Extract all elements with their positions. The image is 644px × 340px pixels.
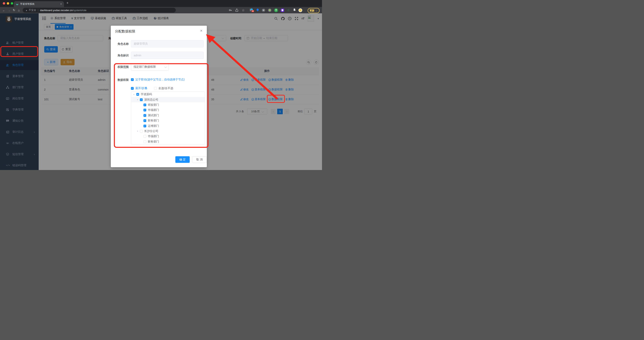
address-divider: | bbox=[38, 9, 38, 11]
checkbox-checked-icon[interactable] bbox=[144, 114, 146, 117]
checkbox-indeterminate-icon[interactable] bbox=[136, 93, 139, 96]
forward-icon[interactable]: → bbox=[8, 7, 10, 13]
browser-tabstrip: 芋道管理系统 ✕ + bbox=[0, 0, 322, 7]
linkage-checkbox[interactable]: 父子联动(选中父节点，自动选择子节点) bbox=[131, 78, 184, 81]
tree-node[interactable]: ▾ 芋道源码 bbox=[131, 92, 205, 97]
cancel-button[interactable]: 取 消 bbox=[192, 156, 207, 163]
chrome-update-button[interactable]: 更新 ⋮ bbox=[308, 8, 320, 13]
url-host: dashboard.yudao.iocoder.cn bbox=[40, 9, 72, 12]
checkbox-checked-icon[interactable] bbox=[144, 109, 146, 111]
role-name-value: 超级管理员 bbox=[131, 40, 204, 47]
window-close-button[interactable] bbox=[3, 2, 5, 4]
tree-node[interactable]: 财务部门 bbox=[131, 139, 205, 144]
checkbox-checked-icon[interactable] bbox=[131, 87, 134, 90]
security-warning-icon: ▲ bbox=[26, 9, 28, 11]
tree-node[interactable]: ▾ 深圳总公司 bbox=[131, 97, 205, 102]
browser-toolbar: ← → ↻ ⌂ ▲ 不安全 | dashboard.yudao.iocoder.… bbox=[0, 7, 322, 13]
extension-diamond-icon[interactable]: 10 bbox=[250, 8, 254, 12]
extension-shield-icon[interactable] bbox=[281, 8, 284, 12]
browser-action-icons: ☆ bbox=[229, 7, 245, 13]
extension-balloon-icon[interactable] bbox=[256, 8, 259, 12]
tree-node[interactable]: 运维部门 bbox=[131, 123, 205, 128]
window-minimize-button[interactable] bbox=[7, 2, 9, 4]
assign-data-permission-dialog: 分配数据权限 ✕ 角色名称 超级管理员 角色标识 admin 权限范围 指定部门… bbox=[111, 26, 207, 167]
tree-node[interactable]: 市场部门 bbox=[131, 134, 205, 139]
tab-close-icon[interactable]: ✕ bbox=[60, 3, 62, 5]
home-icon[interactable]: ⌂ bbox=[18, 7, 20, 13]
checkbox-unchecked-icon[interactable] bbox=[154, 87, 157, 90]
checkbox-unchecked-icon[interactable] bbox=[144, 140, 146, 143]
checkbox-checked-icon[interactable] bbox=[140, 98, 143, 101]
expand-collapse-checkbox[interactable]: 展开/折叠 bbox=[131, 87, 147, 90]
tab-favicon-plant-icon bbox=[16, 3, 18, 5]
checkbox-checked-icon[interactable] bbox=[131, 78, 134, 81]
checkbox-checked-icon[interactable] bbox=[144, 103, 146, 106]
checkbox-checked-icon[interactable] bbox=[144, 125, 146, 127]
extension-star-icon[interactable]: ☆ bbox=[287, 8, 290, 12]
share-icon[interactable] bbox=[235, 8, 238, 12]
browser-tab[interactable]: 芋道管理系统 ✕ bbox=[14, 1, 64, 7]
url-path: /system/role bbox=[72, 9, 86, 12]
new-tab-button[interactable]: + bbox=[66, 1, 68, 5]
key-icon[interactable] bbox=[229, 8, 232, 12]
checkbox-unchecked-icon[interactable] bbox=[140, 130, 143, 133]
select-all-checkbox[interactable]: 全选/全不选 bbox=[154, 87, 173, 90]
tree-node[interactable]: 测试部门 bbox=[131, 113, 205, 118]
extension-icons: 10 ⌘ Y ☆ bbox=[250, 7, 302, 13]
checkbox-unchecked-icon[interactable] bbox=[144, 135, 146, 138]
tree-node[interactable]: 市场部门 bbox=[131, 107, 205, 113]
dept-tree: ▾ 芋道源码 ▾ 深圳总公司 研发部门 市场部门 测试部门 bbox=[131, 92, 205, 145]
extensions-puzzle-icon[interactable] bbox=[292, 8, 296, 12]
caret-down-icon[interactable]: ▾ bbox=[136, 130, 139, 132]
window-zoom-button[interactable] bbox=[11, 2, 13, 4]
extension-command-icon[interactable]: ⌘ bbox=[262, 8, 265, 12]
chevron-down-icon bbox=[164, 65, 167, 68]
dialog-close-icon[interactable]: ✕ bbox=[200, 29, 203, 33]
checkbox-checked-icon[interactable] bbox=[144, 119, 146, 122]
back-icon[interactable]: ← bbox=[2, 7, 6, 13]
confirm-button[interactable]: 确 定 bbox=[175, 156, 190, 163]
role-name-label: 角色名称 bbox=[110, 42, 129, 46]
address-bar[interactable]: ▲ 不安全 | dashboard.yudao.iocoder.cn/syste… bbox=[23, 8, 176, 12]
tree-node[interactable]: 财务部门 bbox=[131, 118, 205, 123]
role-key-value: admin bbox=[131, 52, 204, 59]
caret-down-icon[interactable]: ▾ bbox=[136, 98, 139, 101]
tab-title: 芋道管理系统 bbox=[20, 2, 60, 6]
reload-icon[interactable]: ↻ bbox=[13, 7, 15, 13]
security-label[interactable]: 不安全 bbox=[29, 8, 36, 12]
data-perm-label: 数据权限 bbox=[110, 78, 129, 82]
extension-y-icon[interactable]: Y bbox=[274, 8, 278, 12]
profile-avatar-icon[interactable] bbox=[298, 8, 302, 12]
role-key-label: 角色标识 bbox=[110, 54, 129, 57]
caret-down-icon[interactable]: ▾ bbox=[133, 93, 135, 95]
chrome-menu-icon[interactable]: ⋮ bbox=[315, 9, 318, 12]
tree-node[interactable]: ▾ 长沙分公司 bbox=[131, 129, 205, 134]
extension-dot-icon[interactable] bbox=[268, 8, 272, 12]
scope-select[interactable]: 指定部门数据权限 bbox=[131, 63, 169, 70]
scope-label: 权限范围 bbox=[110, 65, 129, 69]
dialog-title: 分配数据权限 bbox=[115, 29, 135, 34]
screenshot-root: 芋道管理系统 ✕ + ← → ↻ ⌂ ▲ 不安全 | dashboard.yud… bbox=[0, 0, 322, 170]
bookmark-star-icon[interactable]: ☆ bbox=[242, 8, 245, 12]
tree-node[interactable]: 研发部门 bbox=[131, 102, 205, 107]
